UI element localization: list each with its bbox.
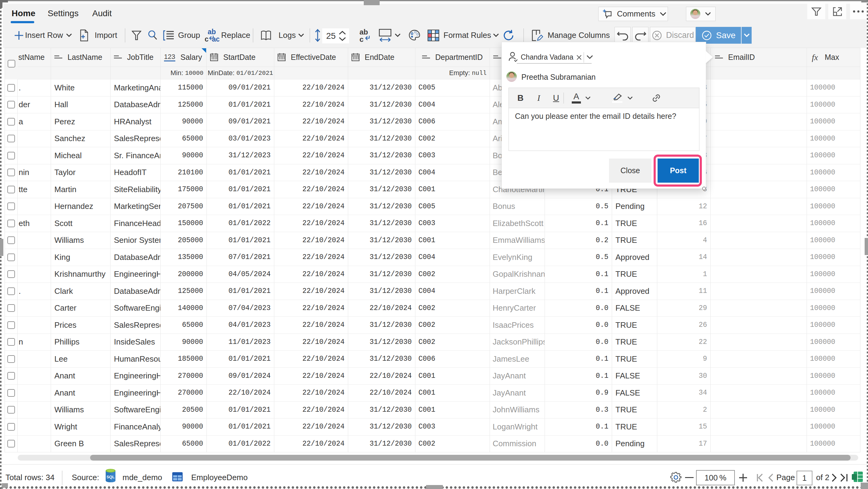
svg-text:ab: ab — [208, 28, 216, 36]
svg-text:c: c — [360, 35, 364, 42]
svg-text:c: c — [205, 35, 209, 42]
svg-text:ac: ac — [212, 35, 219, 42]
svg-text:SQL: SQL — [106, 475, 115, 479]
